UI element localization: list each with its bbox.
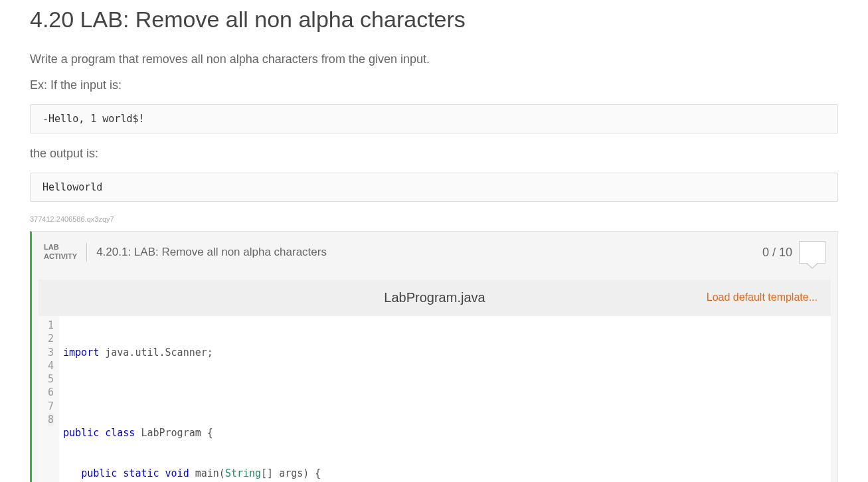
- line-number: 3: [48, 346, 54, 359]
- line-number: 7: [48, 400, 54, 413]
- keyword-token: public: [81, 467, 117, 479]
- lab-activity-label: LAB ACTIVITY: [44, 243, 87, 262]
- line-number: 6: [48, 386, 54, 399]
- editor-container: LabProgram.java Load default template...…: [39, 280, 831, 482]
- code-line[interactable]: public static void main(String[] args) {: [63, 467, 831, 480]
- line-number: 8: [48, 413, 54, 426]
- example-output-box: Helloworld: [30, 173, 838, 202]
- line-number: 1: [48, 319, 54, 332]
- line-number: 2: [48, 332, 54, 345]
- expand-toggle-icon[interactable]: [799, 241, 825, 264]
- description-main: Write a program that removes all non alp…: [30, 52, 838, 66]
- lab-activity-box: LAB ACTIVITY 4.20.1: LAB: Remove all non…: [30, 231, 838, 482]
- activity-header: LAB ACTIVITY 4.20.1: LAB: Remove all non…: [32, 232, 837, 273]
- code-text: java.util.Scanner;: [99, 347, 213, 359]
- keyword-token: import: [63, 347, 99, 359]
- page-title: 4.20 LAB: Remove all non alpha character…: [30, 7, 838, 33]
- activity-score: 0 / 10: [762, 246, 792, 260]
- example-input-box: -Hello, 1 world$!: [30, 104, 838, 133]
- description-example-label: Ex: If the input is:: [30, 78, 838, 92]
- tracking-id: 377412.2406586.qx3zqy7: [30, 215, 838, 223]
- line-number-gutter: 1 2 3 4 5 6 7 8: [39, 316, 59, 482]
- load-default-template-link[interactable]: Load default template...: [707, 291, 818, 303]
- line-number: 4: [48, 359, 54, 372]
- editor-header: LabProgram.java Load default template...: [39, 280, 831, 316]
- keyword-token: void: [165, 467, 189, 479]
- keyword-token: public: [63, 427, 99, 439]
- line-number: 5: [48, 372, 54, 386]
- code-text: main(: [189, 467, 225, 479]
- code-text: LabProgram {: [135, 427, 213, 439]
- activity-title: 4.20.1: LAB: Remove all non alpha charac…: [87, 246, 762, 259]
- description-output-label: the output is:: [30, 147, 838, 161]
- code-line[interactable]: [63, 386, 831, 399]
- lab-label-line2: ACTIVITY: [44, 252, 77, 262]
- code-lines[interactable]: import java.util.Scanner; public class L…: [59, 316, 831, 482]
- code-line[interactable]: import java.util.Scanner;: [63, 346, 831, 359]
- keyword-token: class: [105, 427, 135, 439]
- keyword-token: static: [123, 467, 159, 479]
- type-token: String: [225, 467, 261, 479]
- code-line[interactable]: public class LabProgram {: [63, 426, 831, 440]
- code-editor[interactable]: 1 2 3 4 5 6 7 8 import java.util.Scanner…: [39, 316, 831, 482]
- lab-label-line1: LAB: [44, 243, 77, 252]
- editor-filename: LabProgram.java: [384, 290, 485, 305]
- code-text: [] args) {: [261, 467, 321, 479]
